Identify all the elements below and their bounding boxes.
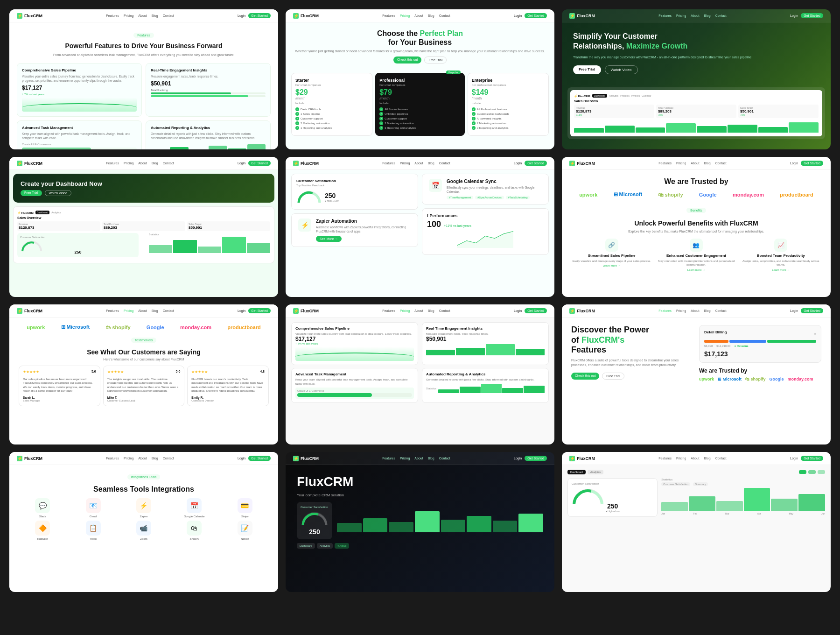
watch-btn-4[interactable]: Watch Video (45, 190, 71, 196)
free-trial-btn-4[interactable]: Free Trial (21, 190, 42, 196)
tools-grid: 💬 Slack 📧 Gmail ⚡ Zapier 📅 Google Calend… (19, 498, 269, 540)
performance-widget: f Performances 100 +11% vs last years (422, 208, 549, 255)
card-pricing: ⚡ FluxCRM Features Pricing About Blog Co… (286, 9, 554, 149)
features-title: Powerful Features to Drive Your Business… (19, 42, 269, 50)
mini-dashboard-4: ⚡ FluxCRM Dashboard Analytics Sales Over… (13, 206, 274, 263)
navbar-9: ⚡ FluxCRM Features Pricing About Blog Co… (562, 304, 831, 318)
logo-icon-1: ⚡ (17, 13, 22, 19)
benefit-customer-engagement: 👥 Enhanced Customer Engagement Stay conn… (656, 239, 736, 271)
navbar-1: ⚡ FluxCRM Features Pricing About Blog Co… (9, 9, 278, 22)
logo-6: ⚡ FluxCRM (569, 161, 595, 166)
dark-gauge-svg (301, 510, 329, 526)
testimonials-grid: ★★★★★ 5.0 Our sales pipeline has never b… (19, 366, 269, 406)
satisfaction-gauge (296, 190, 322, 205)
benefit-sales-pipeline: 🔗 Streamlined Sales Pipeline Easily visu… (571, 239, 652, 271)
productboard-logo: productboard (780, 192, 813, 198)
mini-chart-1 (22, 98, 137, 112)
watch-btn[interactable]: Watch Video (605, 65, 638, 74)
features-row-1: Comprehensive Sales Pipeline Visualize y… (291, 322, 549, 365)
card-integrations-tools: ⚡ FluxCRM Features Pricing About Blog Co… (9, 452, 278, 592)
plan-enterprise: Enterprise For professional companies $1… (468, 73, 549, 136)
features-badge: Features (133, 33, 154, 38)
logo-8: ⚡ FluxCRM (293, 308, 319, 314)
billing-close[interactable]: ✕ (814, 332, 816, 335)
nav-links-1: Features Pricing About Blog Contact (106, 14, 174, 17)
fl-reporting: Automated Reporting & Analytics Generate… (422, 368, 549, 403)
monday-logo: monday.com (733, 192, 764, 198)
gauge-12 (572, 487, 604, 505)
productivity-icon: 📈 (774, 239, 787, 252)
trusted-content: We are Trusted by upwork ⊞ Microsoft 🛍 s… (562, 170, 831, 279)
learn-more-1[interactable]: Learn more → (571, 264, 652, 267)
features-list-content: Comprehensive Sales Pipeline Visualize y… (286, 318, 554, 410)
integrations-badge: Integrations Tools (127, 474, 161, 480)
google-logo: Google (699, 192, 717, 198)
tool-slack: 💬 Slack (19, 498, 66, 518)
logo-10: ⚡ FluxCRM (17, 456, 42, 461)
navbar-4: ⚡ FluxCRM Features Pricing About Blog Co… (9, 157, 278, 170)
trusted-logos-7: upwork ⊞ Microsoft 🛍 shopify Google mond… (19, 324, 269, 330)
integrations-grid: Customer Satisfaction Top Positive Feedb… (286, 170, 554, 259)
testimonial-3: ★★★★★ 4.8 FluxCRM boosts our team's prod… (187, 366, 269, 406)
features-row-2: Advanced Task Management Keep your team … (291, 368, 549, 403)
navbar-10: ⚡ FluxCRM Features Pricing About Blog Co… (9, 452, 278, 465)
discover-check-btn[interactable]: Check this out (571, 373, 599, 380)
logo-9: ⚡ FluxCRM (569, 308, 595, 314)
main-grid: ⚡ FluxCRM Features Pricing About Blog Co… (9, 9, 831, 592)
feature-reporting: Automated Reporting & Analytics Generate… (146, 120, 271, 149)
dark-bar-chart (337, 509, 543, 532)
card-dashboard: ⚡ FluxCRM Features Pricing About Blog Co… (9, 157, 278, 297)
discover-grid: Discover the Powerof FluxCRM'sFeatures F… (571, 325, 821, 381)
navbar-11: ⚡ FluxCRM Features Pricing About Blog Co… (286, 452, 554, 465)
pricing-buttons: Check this out Free Trial (295, 56, 545, 64)
benefits-grid: 🔗 Streamlined Sales Pipeline Easily visu… (571, 239, 821, 271)
features-subtitle: From advanced analytics to seamless task… (19, 53, 269, 57)
logo-12: ⚡ FluxCRM (569, 456, 595, 461)
tool-gmail: 📧 Gmail (69, 498, 117, 518)
card-dashboard-variant: ⚡ FluxCRM Features Pricing About Blog Co… (562, 452, 831, 592)
tool-zapier: ⚡ Zapier (120, 498, 168, 518)
trusted-logos-9: upwork ⊞ Microsoft 🛍 shopify Google mond… (699, 377, 821, 381)
plans-grid: Starter For small companies $29 /month I… (286, 73, 554, 141)
plan-starter: Starter For small companies $29 /month I… (291, 73, 372, 136)
tool-stripe: 💳 Stripe (221, 498, 269, 518)
dark-hero-btns: Free Trial Watch Video (573, 65, 819, 74)
performance-chart (427, 229, 544, 248)
gauge-widget-dark: Customer Satisfaction 250 (297, 502, 332, 539)
testimonials-subtitle: Here's what some of our customers say ab… (19, 358, 269, 361)
discover-content: Discover the Powerof FluxCRM'sFeatures F… (562, 318, 831, 389)
navbar-7: ⚡ FluxCRM Features Pricing About Blog Co… (9, 304, 278, 318)
free-trial-btn[interactable]: Free Trial (573, 65, 601, 74)
company-logos: upwork ⊞ Microsoft 🛍 shopify Google mond… (571, 191, 821, 198)
dark-dashboard-preview: ⚡ FluxCRM Dashboard Analytics Products I… (567, 87, 825, 139)
pricing-title: Choose the Perfect Planfor Your Business (295, 29, 545, 47)
see-more-zapier[interactable]: See More → (316, 236, 342, 242)
trial-btn[interactable]: Free Trial (424, 56, 447, 64)
gauge-card-12: Customer Satisfaction 250 ● High ● Low (567, 478, 658, 517)
check-btn[interactable]: Check this out (393, 56, 421, 64)
nav-links-2: Features Pricing About Blog Contact (382, 14, 450, 17)
learn-more-2[interactable]: Learn more → (656, 268, 736, 271)
dashboard-variant-content: Dashboard Analytics Customer Satisfactio… (562, 465, 831, 525)
discover-trial-btn[interactable]: Free Trial (602, 373, 624, 380)
testimonials-badge: Testimonials (131, 338, 157, 343)
calendar-icon: 📅 (429, 179, 442, 192)
logo-11: ⚡ FluxCRM (293, 456, 319, 461)
testimonials-content: upwork ⊞ Microsoft 🛍 shopify Google mond… (9, 318, 278, 413)
trusted-title: We are Trusted by (571, 177, 821, 186)
dark-hero-content: Simplify Your CustomerRelationships, Max… (562, 22, 831, 87)
zapier-icon: ⚡ (298, 219, 311, 232)
card-dark-hero: ⚡ FluxCRM Features Pricing About Blog Co… (562, 9, 831, 149)
starter-features: ✓Basic CRM tools ✓1 Sales pipeline ✓Cust… (295, 107, 368, 130)
progress-container: Total Ranking (151, 89, 266, 97)
tool-notion: 📝 Notion (221, 521, 269, 540)
learn-more-3[interactable]: Learn more → (741, 268, 821, 271)
logo-5: ⚡ FluxCRM (293, 161, 319, 166)
card-discover: ⚡ FluxCRM Features Pricing About Blog Co… (562, 304, 831, 444)
logo-3: ⚡ FluxCRM (569, 13, 595, 19)
integrations-title: Seamless Tools Integrations (19, 485, 269, 494)
testimonial-2: ★★★★★ 5.0 The insights we get are invalu… (103, 366, 185, 406)
fl-tasks: Advanced Task Management Keep your team … (291, 368, 418, 403)
tool-gcal: 📅 Google Calendar (170, 498, 218, 518)
fl-chart-1 (295, 347, 414, 361)
